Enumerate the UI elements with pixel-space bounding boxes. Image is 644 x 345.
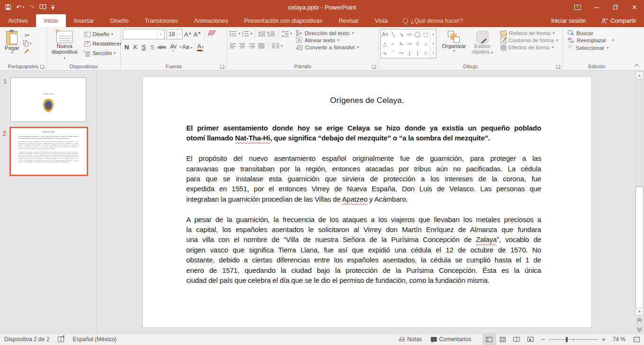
zoom-slider[interactable] <box>549 339 598 340</box>
vertical-scrollbar[interactable]: ▲ ▼ <box>635 71 644 333</box>
save-icon[interactable] <box>5 4 11 10</box>
fit-slide-button[interactable] <box>629 334 644 345</box>
comments-toggle[interactable]: Comentarios <box>426 334 476 345</box>
right-brace-icon[interactable]: } <box>414 48 422 58</box>
undo-icon[interactable]: ↶▾ <box>16 3 24 11</box>
section-button[interactable]: Sección▾ <box>83 49 123 57</box>
star-icon[interactable]: ☆ <box>422 48 430 58</box>
copy-icon[interactable]: ▾ <box>23 40 32 47</box>
elbow-arrow-connector-icon[interactable]: ↳ <box>397 39 405 48</box>
notes-toggle[interactable]: Notas <box>395 334 426 345</box>
shape-outline-button[interactable]: Contorno de forma▾ <box>500 37 558 43</box>
down-arrow-icon[interactable]: ⇩ <box>414 39 422 48</box>
paragraph-dialog-launcher-icon[interactable] <box>372 65 376 69</box>
align-text-button[interactable]: Alinear texto▾ <box>296 37 359 43</box>
right-arrow-icon[interactable]: ⇨ <box>405 39 413 48</box>
shape-effects-button[interactable]: Efectos de forma▾ <box>500 45 558 50</box>
tab-animaciones[interactable]: Animaciones <box>186 14 236 27</box>
zoom-slider-thumb[interactable] <box>566 337 568 342</box>
drawing-dialog-launcher-icon[interactable] <box>556 65 561 69</box>
slide2-thumbnail[interactable]: Orígenes de Celaya.El primer asentamient… <box>9 127 88 176</box>
layout-button[interactable]: Diseño▾ <box>83 30 123 38</box>
italic-button[interactable]: K <box>131 43 139 51</box>
slide-paragraph[interactable]: A pesar de la guarnición, la frecuencia … <box>186 214 541 286</box>
normal-view-button[interactable] <box>482 334 496 345</box>
scroll-up-button[interactable]: ▲ <box>635 71 644 79</box>
elbow-connector-icon[interactable]: ⌐ <box>389 39 397 48</box>
slide-editor[interactable]: Orígenes de Celaya. El primer asentamien… <box>142 76 592 328</box>
oval-icon[interactable]: ◯ <box>414 29 422 39</box>
close-icon[interactable]: ✕ <box>625 0 644 14</box>
start-slideshow-icon[interactable] <box>39 4 46 10</box>
reading-view-button[interactable] <box>510 334 524 345</box>
tab-diseno[interactable]: Diseño <box>102 14 136 27</box>
reset-button[interactable]: Restablecer <box>83 40 123 47</box>
slide-paragraph[interactable]: El propósito del nuevo asentamiento espa… <box>18 140 78 149</box>
strikethrough-button[interactable]: abc <box>157 44 167 50</box>
shape-gallery-scrollbar[interactable]: ▲▼⊽ <box>430 29 436 58</box>
arc-icon[interactable]: ⌒ <box>389 48 397 58</box>
slide-paragraph[interactable]: El propósito del nuevo asentamiento espa… <box>186 153 541 204</box>
font-dialog-launcher-icon[interactable] <box>220 65 225 69</box>
tab-revisar[interactable]: Revisar <box>331 14 367 27</box>
replace-button[interactable]: ab⇢acReemplazar▾ <box>568 37 629 43</box>
columns-icon[interactable] <box>271 42 280 50</box>
slide-indicator[interactable]: Diapositiva 2 de 2 <box>0 334 54 345</box>
align-left-icon[interactable] <box>229 42 237 50</box>
curve-icon[interactable]: 〜 <box>397 48 405 58</box>
text-box-icon[interactable]: A≡ <box>381 29 389 39</box>
slide-sorter-view-button[interactable] <box>496 334 510 345</box>
tab-transiciones[interactable]: Transiciones <box>136 14 186 27</box>
font-size-combo[interactable]: 18▾ <box>166 29 182 39</box>
tell-me-box[interactable]: ¿Qué desea hacer? <box>396 14 470 27</box>
tab-inicio[interactable]: Inicio <box>36 14 66 27</box>
previous-slide-button[interactable] <box>635 316 644 324</box>
increase-indent-icon[interactable] <box>267 30 276 37</box>
slideshow-view-button[interactable] <box>524 334 537 345</box>
bold-button[interactable]: N <box>123 44 131 51</box>
rectangle-icon[interactable]: ▭ <box>405 29 413 39</box>
customize-qat-icon[interactable]: ▾ <box>51 5 54 9</box>
text-direction-button[interactable]: A Dirección del texto▾ <box>296 30 359 36</box>
scribble-icon[interactable]: ∿ <box>381 48 389 58</box>
tab-insertar[interactable]: Insertar <box>66 14 102 27</box>
cut-icon[interactable]: ✂ <box>23 32 32 39</box>
line-icon[interactable]: ╲ <box>389 29 397 39</box>
clear-formatting-icon[interactable]: A <box>208 31 212 37</box>
font-color-button[interactable]: A <box>197 43 201 51</box>
tab-vista[interactable]: Vista <box>367 14 396 27</box>
new-slide-button[interactable]: Nueva diapositiva ▾ <box>49 29 80 63</box>
shape-fill-button[interactable]: Relleno de forma▾ <box>500 30 558 36</box>
justify-icon[interactable] <box>257 42 266 50</box>
find-button[interactable]: Buscar <box>568 30 629 36</box>
quick-styles-button[interactable]: Estilos rápidos ▾ <box>469 29 495 63</box>
zoom-level[interactable]: 74 % <box>609 336 626 343</box>
scroll-down-button[interactable]: ▼ <box>635 308 644 316</box>
collapse-ribbon-icon[interactable] <box>635 63 639 67</box>
share-button[interactable]: Compartir <box>593 18 644 24</box>
align-right-icon[interactable] <box>248 42 256 50</box>
zoom-in-button[interactable]: + <box>602 336 606 343</box>
decrease-indent-icon[interactable] <box>258 30 266 37</box>
minimize-icon[interactable]: ─ <box>587 0 606 14</box>
slide-paragraph[interactable]: A pesar de la guarnición, la frecuencia … <box>18 151 78 163</box>
align-center-icon[interactable] <box>238 42 247 50</box>
restore-icon[interactable] <box>606 0 625 14</box>
line-spacing-icon[interactable] <box>281 30 290 37</box>
next-slide-button[interactable] <box>635 325 644 333</box>
triangle-icon[interactable]: △ <box>381 39 389 48</box>
underline-button[interactable]: S <box>140 44 148 51</box>
slide-body-text[interactable]: El primer asentamiento donde hoy se erig… <box>186 123 541 285</box>
snip-corner-icon[interactable]: ⌂ <box>422 39 430 48</box>
paste-button[interactable]: Pegar ▾ <box>2 29 22 63</box>
arrow-icon[interactable]: ↘ <box>397 29 405 39</box>
arrange-button[interactable]: Organizar ▾ <box>439 29 469 63</box>
sign-in-button[interactable]: Iniciar sesión <box>544 18 593 24</box>
increase-font-icon[interactable]: A▲ <box>184 31 192 38</box>
convert-smartart-button[interactable]: Convertir a SmartArt▾ <box>296 44 359 50</box>
clipboard-dialog-launcher-icon[interactable] <box>40 65 45 69</box>
slide1-thumbnail[interactable]: Celaya, Gto. <box>10 77 86 122</box>
character-spacing-button[interactable]: AV↔ <box>168 44 179 51</box>
left-brace-icon[interactable]: { <box>405 48 413 58</box>
font-name-combo[interactable]: ▾ <box>123 29 164 39</box>
